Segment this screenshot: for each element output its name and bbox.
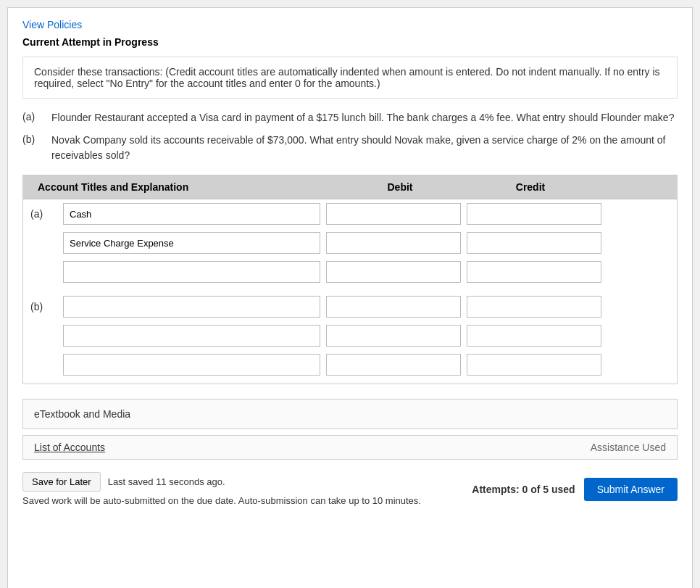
row-a3-account-input[interactable] bbox=[63, 261, 320, 283]
list-accounts-box: List of Accounts Assistance Used bbox=[22, 435, 678, 460]
attempts-text: Attempts: 0 of 5 used bbox=[472, 484, 575, 495]
list-accounts-link[interactable]: List of Accounts bbox=[34, 442, 105, 453]
table-row bbox=[23, 350, 677, 379]
col-account-header: Account Titles and Explanation bbox=[23, 181, 335, 193]
question-a-label: (a) bbox=[22, 110, 51, 123]
instructions-box: Consider these transactions: (Credit acc… bbox=[22, 57, 678, 99]
row-b2-account-input[interactable] bbox=[63, 325, 320, 347]
row-a3-credit-input[interactable] bbox=[467, 261, 601, 283]
table-row: (a) bbox=[23, 199, 677, 228]
submit-answer-button[interactable]: Submit Answer bbox=[584, 478, 678, 501]
table-header: Account Titles and Explanation Debit Cre… bbox=[23, 175, 677, 199]
question-b: (b) Novak Company sold its accounts rece… bbox=[22, 133, 678, 163]
row-b3-debit-input[interactable] bbox=[326, 354, 461, 376]
view-policies-link[interactable]: View Policies bbox=[22, 19, 82, 30]
row-a2-debit-input[interactable] bbox=[326, 232, 461, 254]
bottom-left: Save for Later Last saved 11 seconds ago… bbox=[22, 472, 421, 506]
row-b2-credit-input[interactable] bbox=[467, 325, 601, 347]
question-b-text: Novak Company sold its accounts receivab… bbox=[51, 133, 678, 163]
row-a2-credit-input[interactable] bbox=[467, 232, 601, 254]
etextbook-box: eTextbook and Media bbox=[22, 399, 678, 429]
questions-section: (a) Flounder Restaurant accepted a Visa … bbox=[22, 110, 678, 163]
question-a-text: Flounder Restaurant accepted a Visa card… bbox=[51, 110, 674, 125]
question-b-label: (b) bbox=[22, 133, 51, 145]
assistance-used-text: Assistance Used bbox=[591, 442, 666, 453]
journal-table: Account Titles and Explanation Debit Cre… bbox=[22, 175, 678, 384]
page-container: View Policies Current Attempt in Progres… bbox=[7, 7, 693, 588]
row-b1-debit-input[interactable] bbox=[326, 296, 461, 318]
row-b1-account-input[interactable] bbox=[63, 296, 320, 318]
row-b1-label: (b) bbox=[23, 301, 63, 312]
row-b3-credit-input[interactable] bbox=[467, 354, 601, 376]
instructions-prefix: Consider these transactions: bbox=[34, 66, 165, 78]
table-row: (b) bbox=[23, 292, 677, 321]
row-b3-account-input[interactable] bbox=[63, 354, 320, 376]
save-row: Save for Later Last saved 11 seconds ago… bbox=[22, 472, 421, 492]
table-row bbox=[23, 321, 677, 350]
current-attempt-label: Current Attempt in Progress bbox=[22, 36, 678, 48]
row-a2-account-input[interactable] bbox=[63, 232, 320, 254]
table-body-a: (a) bbox=[23, 199, 677, 286]
table-row bbox=[23, 228, 677, 257]
auto-submit-row: Saved work will be auto-submitted on the… bbox=[22, 494, 421, 506]
row-a1-account-input[interactable] bbox=[63, 203, 320, 225]
col-debit-header: Debit bbox=[335, 181, 465, 193]
row-a1-label: (a) bbox=[23, 208, 63, 220]
table-body-b: (b) bbox=[23, 292, 677, 379]
row-a3-debit-input[interactable] bbox=[326, 261, 461, 283]
question-a: (a) Flounder Restaurant accepted a Visa … bbox=[22, 110, 678, 125]
bottom-bar: Save for Later Last saved 11 seconds ago… bbox=[22, 468, 678, 510]
col-credit-header: Credit bbox=[465, 181, 596, 193]
etextbook-label: eTextbook and Media bbox=[34, 408, 130, 420]
last-saved-text: Last saved 11 seconds ago. bbox=[108, 476, 225, 487]
save-later-button[interactable]: Save for Later bbox=[22, 472, 101, 492]
bottom-right: Attempts: 0 of 5 used Submit Answer bbox=[472, 478, 678, 501]
row-a1-credit-input[interactable] bbox=[467, 203, 601, 225]
row-b2-debit-input[interactable] bbox=[326, 325, 461, 347]
table-row bbox=[23, 257, 677, 286]
auto-submit-text: Saved work will be auto-submitted on the… bbox=[22, 495, 421, 506]
row-b1-credit-input[interactable] bbox=[467, 296, 601, 318]
row-a1-debit-input[interactable] bbox=[326, 203, 461, 225]
